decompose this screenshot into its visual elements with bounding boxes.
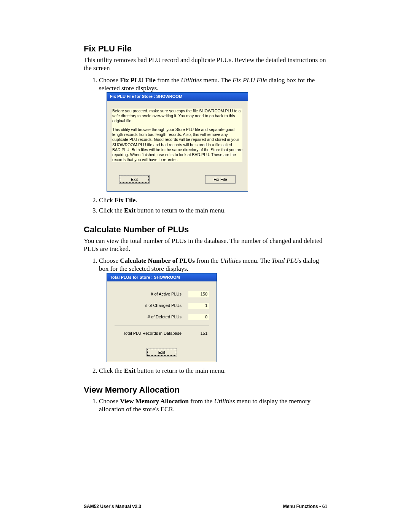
label-total-plus: Total PLU Records in Database xyxy=(115,331,182,336)
steps-fix-plu: Choose Fix PLU File from the Utilities m… xyxy=(84,76,327,215)
heading-view-memory: View Memory Allocation xyxy=(84,385,327,395)
fix-file-button[interactable]: Fix File xyxy=(205,175,236,184)
dialog-title: Fix PLU File for Store : SHOWROOM xyxy=(107,93,248,101)
instruction-para-1: Before you proceed, make sure you copy t… xyxy=(112,109,242,123)
dialog-total-plus: Total PLUs for Store : SHOWROOM # of Act… xyxy=(107,273,217,363)
value-total-plus: 151 xyxy=(188,331,209,337)
instruction-box: Before you proceed, make sure you copy t… xyxy=(112,109,242,162)
footer-right: Menu Functions • 61 xyxy=(283,504,327,509)
row-active-plus: # of Active PLUs 150 xyxy=(115,291,209,297)
row-deleted-plus: # of Deleted PLUs 0 xyxy=(115,314,209,320)
steps-view-memory: Choose View Memory Allocation from the U… xyxy=(84,397,327,414)
step-1: Choose Fix PLU File from the Utilities m… xyxy=(99,76,327,192)
plu-table: # of Active PLUs 150 # of Changed PLUs 1… xyxy=(107,281,217,345)
label-changed-plus: # of Changed PLUs xyxy=(115,303,182,308)
step-1: Choose View Memory Allocation from the U… xyxy=(99,397,327,414)
value-deleted-plus: 0 xyxy=(188,314,209,320)
dialog-fix-plu-file: Fix PLU File for Store : SHOWROOM Before… xyxy=(107,92,248,192)
value-changed-plus: 1 xyxy=(188,303,209,309)
step-1: Choose Calculate Number of PLUs from the… xyxy=(99,257,327,362)
value-active-plus: 150 xyxy=(188,291,209,297)
document-page: Fix PLU File This utility removes bad PL… xyxy=(0,0,411,532)
row-total-plus: Total PLU Records in Database 151 xyxy=(115,331,209,337)
exit-button[interactable]: Exit xyxy=(119,175,150,184)
heading-fix-plu-file: Fix PLU File xyxy=(84,44,327,54)
instruction-para-2: This utility will browse through your St… xyxy=(112,127,242,162)
label-deleted-plus: # of Deleted PLUs xyxy=(115,315,182,320)
label-active-plus: # of Active PLUs xyxy=(115,292,182,297)
steps-calculate-plus: Choose Calculate Number of PLUs from the… xyxy=(84,257,327,375)
dialog-title: Total PLUs for Store : SHOWROOM xyxy=(107,273,217,282)
separator xyxy=(115,326,209,326)
intro-fix-plu: This utility removes bad PLU record and … xyxy=(84,56,327,72)
step-3: Click the Exit button to return to the m… xyxy=(99,206,327,214)
step-2: Click the Exit button to return to the m… xyxy=(99,367,327,375)
row-changed-plus: # of Changed PLUs 1 xyxy=(115,303,209,309)
exit-button[interactable]: Exit xyxy=(147,348,177,356)
footer-left: SAM52 User's Manual v2.3 xyxy=(84,504,141,509)
step-2: Click Fix File. xyxy=(99,196,327,204)
page-footer: SAM52 User's Manual v2.3 Menu Functions … xyxy=(84,502,327,509)
button-row: Exit Fix File xyxy=(112,166,242,187)
dialog-body: Before you proceed, make sure you copy t… xyxy=(107,101,248,191)
heading-calculate-plus: Calculate Number of PLUs xyxy=(84,225,327,235)
button-row: Exit xyxy=(107,345,217,362)
intro-calculate-plus: You can view the total number of PLUs in… xyxy=(84,237,327,253)
